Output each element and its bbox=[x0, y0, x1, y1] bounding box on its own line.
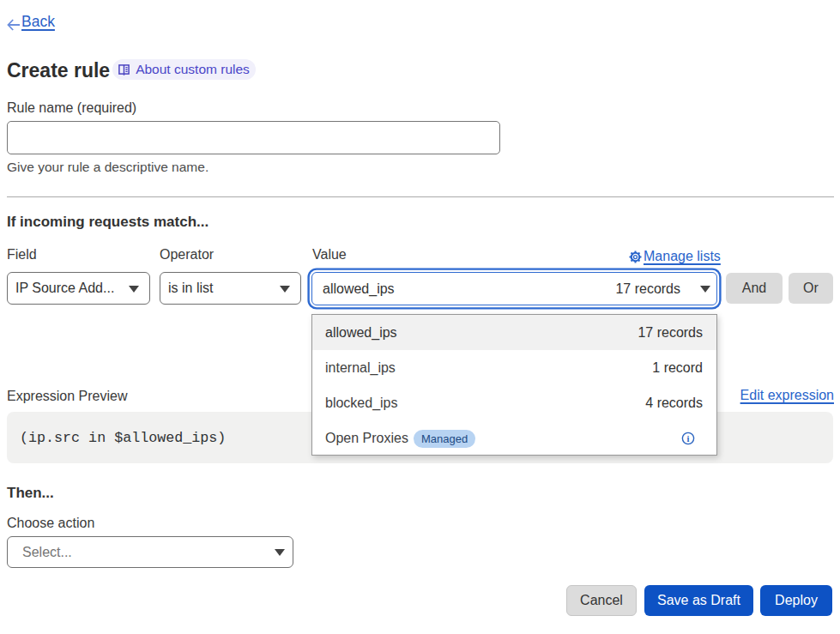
svg-text:i: i bbox=[687, 434, 690, 444]
